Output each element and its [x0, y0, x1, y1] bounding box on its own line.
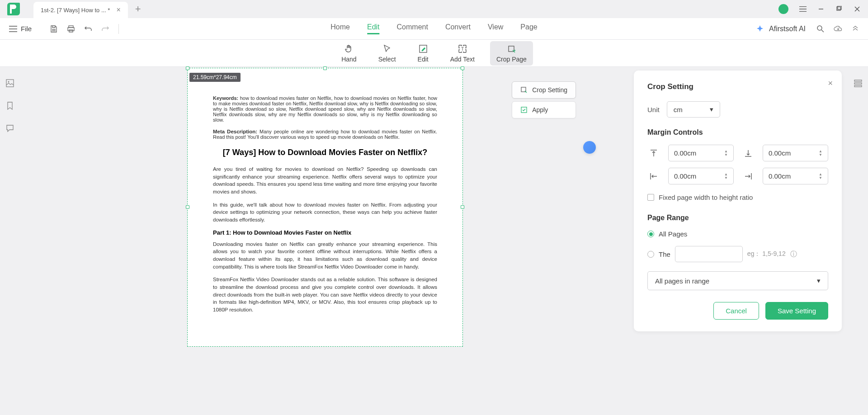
maximize-icon[interactable] [835, 5, 843, 13]
print-icon[interactable] [67, 25, 75, 33]
document-tab[interactable]: 1st-2. [7 Ways] How to ... * × [33, 2, 128, 18]
info-icon[interactable]: ⓘ [790, 250, 797, 259]
sparkle-icon [755, 24, 764, 33]
tab-title: 1st-2. [7 Ways] How to ... * [41, 7, 110, 14]
crop-handle-mr[interactable] [461, 205, 464, 209]
crop-small-icon [520, 86, 528, 94]
crop-handle-tm[interactable] [323, 66, 327, 70]
chevron-down-icon: ▾ [710, 105, 713, 113]
unit-label: Unit [647, 106, 660, 113]
check-icon [520, 106, 528, 113]
nav-edit[interactable]: Edit [367, 23, 380, 34]
unit-select[interactable]: cm ▾ [667, 101, 720, 118]
margin-bottom-input[interactable]: 0.00cm▲▼ [763, 145, 828, 161]
file-menu[interactable]: File [9, 25, 32, 33]
crop-handle-tr[interactable] [461, 66, 464, 70]
right-sidebar [848, 67, 868, 415]
tool-edit[interactable]: Edit [411, 41, 435, 66]
nav-comment[interactable]: Comment [397, 23, 428, 34]
tool-select[interactable]: Select [372, 41, 402, 66]
margin-top-icon [647, 149, 660, 157]
all-pages-label: All Pages [659, 230, 687, 238]
ai-float-button[interactable] [583, 141, 596, 154]
hamburger-icon [9, 26, 17, 32]
margin-right-input[interactable]: 0.00cm▲▼ [763, 168, 828, 184]
cancel-button[interactable]: Cancel [713, 302, 759, 320]
spinner-icon[interactable]: ▲▼ [724, 173, 728, 180]
comment-icon[interactable] [5, 124, 14, 133]
fixed-ratio-row[interactable]: Fixed page width to height ratio [647, 193, 828, 201]
all-pages-row[interactable]: All Pages [647, 230, 828, 238]
cloud-icon[interactable] [834, 25, 843, 33]
crop-settings-panel: × Crop Setting Unit cm ▾ Margin Controls… [634, 71, 842, 331]
spinner-icon[interactable]: ▲▼ [724, 150, 728, 157]
svg-rect-9 [6, 80, 14, 87]
properties-icon[interactable] [854, 79, 863, 88]
save-icon[interactable] [50, 25, 58, 33]
tool-crop-page[interactable]: Crop Page [490, 41, 533, 66]
ctx-apply[interactable]: Apply [512, 101, 576, 118]
doc-p3: Downloading movies faster on Netflix can… [213, 241, 437, 271]
thumbnails-icon[interactable] [5, 79, 14, 88]
close-tab-icon[interactable]: × [116, 6, 120, 14]
svg-rect-15 [854, 85, 862, 87]
margin-right-icon [742, 172, 755, 180]
context-buttons: Crop Setting Apply [512, 81, 576, 118]
margin-left-input[interactable]: 0.00cm▲▼ [668, 168, 734, 184]
nav-home[interactable]: Home [330, 23, 350, 34]
redo-icon[interactable] [101, 25, 109, 33]
tool-add-text-label: Add Text [450, 56, 475, 63]
search-icon[interactable] [816, 25, 825, 33]
range-mode-select[interactable]: All pages in range ▾ [647, 271, 828, 290]
collapse-icon[interactable] [852, 25, 859, 33]
minimize-icon[interactable] [817, 5, 825, 13]
svg-text:T: T [461, 47, 464, 52]
nav-view[interactable]: View [488, 23, 503, 34]
ctx-crop-label: Crop Setting [532, 86, 567, 94]
document-page[interactable]: 21.59cm*27.94cm Keywords: how to downloa… [187, 68, 463, 347]
spinner-icon[interactable]: ▲▼ [819, 150, 822, 157]
svg-rect-0 [837, 7, 840, 10]
hamburger-menu-icon[interactable] [799, 5, 807, 13]
save-setting-button[interactable]: Save Setting [765, 302, 828, 320]
fixed-ratio-checkbox[interactable] [647, 194, 654, 201]
margin-left-icon [647, 172, 660, 180]
doc-title: [7 Ways] How to Download Movies Faster o… [213, 148, 437, 157]
chevron-down-icon: ▾ [817, 277, 821, 285]
edit-icon [418, 44, 428, 54]
ctx-apply-label: Apply [532, 106, 548, 113]
close-window-icon[interactable] [854, 5, 861, 13]
bookmark-icon[interactable] [5, 101, 14, 110]
range-mode-value: All pages in range [655, 277, 709, 285]
page-range-title: Page Range [647, 214, 828, 222]
close-panel-icon[interactable]: × [828, 79, 833, 88]
file-label: File [21, 25, 32, 33]
doc-p2: In this guide, we'll talk about how to d… [213, 201, 437, 224]
menubar: File Home Edit Comment Convert View Page… [0, 18, 868, 40]
ctx-crop-setting[interactable]: Crop Setting [512, 81, 576, 99]
tool-select-label: Select [378, 56, 396, 63]
titlebar: 1st-2. [7 Ways] How to ... * × + [0, 0, 868, 18]
nav-page[interactable]: Page [520, 23, 537, 34]
range-input[interactable] [675, 246, 743, 262]
crop-handle-ml[interactable] [186, 205, 189, 209]
all-pages-radio[interactable] [647, 231, 654, 237]
user-avatar[interactable] [778, 4, 788, 14]
spinner-icon[interactable]: ▲▼ [819, 173, 822, 180]
range-example: eg： 1,5-9,12 [747, 250, 786, 258]
tool-hand[interactable]: Hand [335, 41, 363, 66]
the-range-row[interactable]: The eg： 1,5-9,12 ⓘ [647, 246, 828, 262]
undo-icon[interactable] [84, 25, 92, 33]
doc-keywords: Keywords: how to download movies faster … [213, 95, 437, 123]
crop-handle-tl[interactable] [186, 66, 189, 70]
tool-add-text[interactable]: T Add Text [444, 41, 481, 66]
ai-button[interactable]: Afirstsoft AI [755, 24, 806, 33]
margin-top-input[interactable]: 0.00cm▲▼ [668, 145, 734, 161]
the-radio[interactable] [647, 251, 654, 258]
new-tab-button[interactable]: + [135, 3, 141, 15]
edit-toolbar: Hand Select Edit T Add Text Crop Page [0, 40, 868, 67]
doc-p1: Are you tired of waiting for movies to d… [213, 165, 437, 196]
svg-point-10 [8, 81, 9, 83]
canvas: 21.59cm*27.94cm Keywords: how to downloa… [20, 67, 630, 415]
nav-convert[interactable]: Convert [445, 23, 471, 34]
